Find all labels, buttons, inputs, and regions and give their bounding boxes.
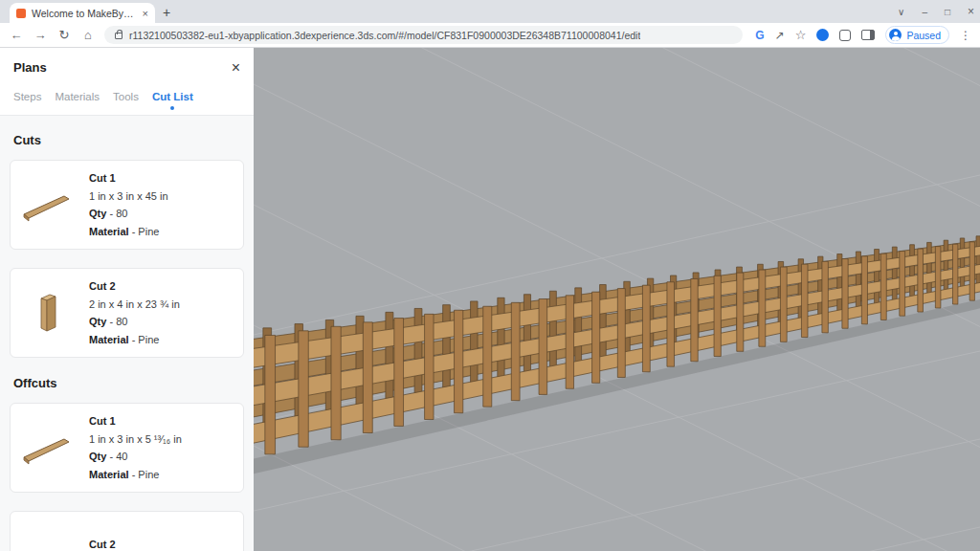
reload-icon[interactable]: ↻ [56, 28, 72, 42]
panel-tabs: Steps Materials Tools Cut List [13, 91, 240, 115]
address-bar[interactable]: r1132100503382-eu1-xbyapplication.3dexpe… [104, 26, 743, 44]
side-panel-icon[interactable] [861, 30, 875, 40]
material-label: Material [89, 226, 129, 237]
browser-titlebar: Welcome to MakeByMe × + ∨ – □ × [0, 0, 980, 23]
material-value: - Pine [132, 469, 160, 480]
close-window-button[interactable]: × [968, 5, 974, 18]
cut-name: Cut 1 [89, 169, 168, 187]
minimize-button[interactable]: – [922, 7, 927, 17]
tab-cut-list[interactable]: Cut List [152, 91, 193, 102]
google-icon[interactable]: G [755, 29, 764, 42]
material-label: Material [89, 334, 129, 345]
section-title-offcuts: Offcuts [13, 376, 240, 390]
cut-dimensions: 1 in x 3 in x 45 in [89, 187, 168, 206]
offcut-card-2[interactable]: Cut 2 2 in x 4 in x ¾ in [10, 511, 244, 551]
tab-close-icon[interactable]: × [143, 8, 148, 19]
cut-name: Cut 1 [89, 412, 182, 430]
browser-menu-icon[interactable]: ⋮ [960, 29, 971, 42]
cut-dimensions: 2 in x 4 in x 23 ¾ in [89, 296, 180, 314]
browser-toolbar: ← → ↻ ⌂ r1132100503382-eu1-xbyapplicatio… [0, 23, 980, 48]
tab-title: Welcome to MakeByMe [32, 8, 137, 19]
tab-tools[interactable]: Tools [113, 91, 139, 102]
qty-label: Qty [89, 208, 106, 219]
section-title-cuts: Cuts [13, 133, 240, 147]
paused-label: Paused [906, 30, 941, 41]
home-icon[interactable]: ⌂ [80, 28, 96, 42]
cut-card-2[interactable]: Cut 2 2 in x 4 in x 23 ¾ in Qty - 80 Mat… [10, 268, 244, 358]
plans-panel: Plans × Steps Materials Tools Cut List C… [0, 48, 254, 551]
new-tab-button[interactable]: + [163, 5, 170, 20]
material-value: - Pine [132, 334, 160, 345]
cut-name: Cut 2 [89, 536, 166, 551]
cut-qty: Qty - 80 [89, 313, 180, 331]
bookmark-star-icon[interactable]: ☆ [795, 28, 807, 42]
qty-label: Qty [89, 316, 106, 327]
cut-1-thumbnail [20, 185, 78, 225]
share-icon[interactable]: ↗ [775, 29, 785, 42]
offcut-2-thumbnail [20, 534, 78, 551]
url-text[interactable]: r1132100503382-eu1-xbyapplication.3dexpe… [129, 30, 640, 41]
profile-avatar [889, 29, 902, 41]
cut-material: Material - Pine [89, 466, 182, 484]
site-info-lock-icon[interactable] [115, 33, 122, 39]
panel-close-icon[interactable]: × [232, 61, 240, 75]
material-value: - Pine [132, 226, 160, 237]
qty-value: - 80 [109, 208, 127, 219]
panel-title: Plans [13, 60, 47, 75]
cut-dimensions: 1 in x 3 in x 5 ¹³⁄₁₆ in [89, 430, 182, 449]
tab-steps[interactable]: Steps [13, 91, 41, 102]
tab-materials[interactable]: Materials [55, 91, 100, 102]
cut-name: Cut 2 [89, 277, 180, 296]
browser-tab[interactable]: Welcome to MakeByMe × [10, 3, 155, 23]
cut-card-1[interactable]: Cut 1 1 in x 3 in x 45 in Qty - 80 Mater… [10, 160, 244, 250]
maximize-button[interactable]: □ [945, 7, 950, 17]
forward-icon[interactable]: → [33, 28, 48, 42]
tab-search-chevron-icon[interactable]: ∨ [898, 7, 904, 17]
profile-paused-badge[interactable]: Paused [885, 26, 949, 44]
qty-value: - 80 [109, 316, 127, 327]
offcut-card-1[interactable]: Cut 1 1 in x 3 in x 5 ¹³⁄₁₆ in Qty - 40 … [10, 403, 244, 493]
extension-circle-icon[interactable] [816, 29, 829, 41]
material-label: Material [89, 469, 129, 480]
qty-label: Qty [89, 451, 106, 462]
cut-material: Material - Pine [89, 331, 180, 349]
extensions-puzzle-icon[interactable] [839, 30, 851, 41]
qty-value: - 40 [109, 451, 127, 462]
back-icon[interactable]: ← [9, 28, 24, 42]
cut-qty: Qty - 80 [89, 205, 168, 223]
makebyme-favicon [16, 9, 26, 18]
3d-viewport[interactable] [254, 48, 980, 551]
offcut-1-thumbnail [20, 428, 78, 468]
cut-material: Material - Pine [89, 223, 168, 241]
fence-3d-scene[interactable] [254, 48, 980, 551]
cut-2-thumbnail [20, 290, 78, 336]
cut-qty: Qty - 40 [89, 448, 182, 466]
